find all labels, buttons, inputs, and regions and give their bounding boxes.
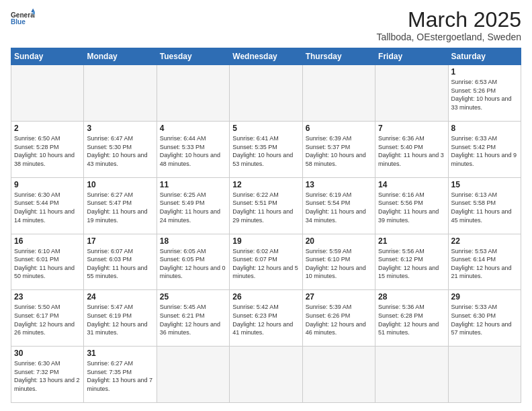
day-info: Sunrise: 5:36 AM Sunset: 6:28 PM Dayligh… (378, 303, 445, 336)
calendar-cell: 28Sunrise: 5:36 AM Sunset: 6:28 PM Dayli… (375, 290, 448, 347)
day-number: 12 (232, 180, 299, 189)
day-number: 15 (451, 180, 518, 189)
calendar-cell: 14Sunrise: 6:16 AM Sunset: 5:56 PM Dayli… (375, 177, 448, 234)
calendar-cell: 17Sunrise: 6:07 AM Sunset: 6:03 PM Dayli… (84, 234, 157, 290)
calendar-cell (230, 347, 302, 403)
location-subtitle: Tallboda, OEstergoetland, Sweden (376, 32, 521, 42)
day-info: Sunrise: 5:56 AM Sunset: 6:12 PM Dayligh… (378, 247, 445, 281)
calendar-cell: 18Sunrise: 6:05 AM Sunset: 6:05 PM Dayli… (157, 234, 229, 290)
day-number: 19 (232, 236, 299, 246)
calendar-header-tuesday: Tuesday (157, 48, 229, 65)
day-info: Sunrise: 5:39 AM Sunset: 6:26 PM Dayligh… (306, 303, 372, 336)
day-number: 3 (87, 124, 153, 133)
day-info: Sunrise: 6:22 AM Sunset: 5:51 PM Dayligh… (232, 191, 299, 224)
calendar-header-thursday: Thursday (302, 48, 375, 65)
day-number: 23 (14, 292, 81, 302)
day-number: 13 (306, 180, 372, 189)
day-info: Sunrise: 6:50 AM Sunset: 5:28 PM Dayligh… (14, 134, 81, 168)
day-number: 1 (451, 67, 518, 77)
calendar-week-3: 9Sunrise: 6:30 AM Sunset: 5:44 PM Daylig… (11, 177, 521, 234)
calendar-cell: 1Sunrise: 6:53 AM Sunset: 5:26 PM Daylig… (448, 65, 521, 122)
calendar-cell: 7Sunrise: 6:36 AM Sunset: 5:40 PM Daylig… (375, 121, 448, 177)
calendar-week-1: 1Sunrise: 6:53 AM Sunset: 5:26 PM Daylig… (11, 65, 521, 122)
calendar-header-friday: Friday (375, 48, 448, 65)
day-number: 2 (14, 124, 81, 133)
day-number: 26 (232, 292, 299, 302)
day-number: 24 (87, 292, 153, 302)
calendar-header-sunday: Sunday (11, 48, 84, 65)
calendar-cell: 8Sunrise: 6:33 AM Sunset: 5:42 PM Daylig… (448, 121, 521, 177)
day-number: 31 (87, 349, 153, 358)
day-number: 17 (87, 236, 153, 246)
calendar-cell: 30Sunrise: 6:30 AM Sunset: 7:32 PM Dayli… (11, 347, 84, 403)
logo: General Blue (11, 8, 35, 28)
calendar-week-2: 2Sunrise: 6:50 AM Sunset: 5:28 PM Daylig… (11, 121, 521, 177)
day-info: Sunrise: 6:41 AM Sunset: 5:35 PM Dayligh… (232, 134, 299, 168)
day-number: 29 (451, 292, 518, 302)
calendar-cell (157, 347, 229, 403)
calendar-cell: 19Sunrise: 6:02 AM Sunset: 6:07 PM Dayli… (230, 234, 302, 290)
calendar-cell (448, 347, 521, 403)
calendar-cell: 26Sunrise: 5:42 AM Sunset: 6:23 PM Dayli… (230, 290, 302, 347)
day-info: Sunrise: 6:02 AM Sunset: 6:07 PM Dayligh… (232, 247, 299, 281)
day-number: 4 (160, 124, 226, 133)
day-info: Sunrise: 6:39 AM Sunset: 5:37 PM Dayligh… (306, 134, 372, 168)
calendar-cell: 2Sunrise: 6:50 AM Sunset: 5:28 PM Daylig… (11, 121, 84, 177)
day-number: 27 (306, 292, 372, 302)
header: General Blue March 2025 Tallboda, OEster… (11, 8, 521, 42)
day-info: Sunrise: 6:47 AM Sunset: 5:30 PM Dayligh… (87, 134, 153, 168)
day-number: 8 (451, 124, 518, 133)
day-info: Sunrise: 6:44 AM Sunset: 5:33 PM Dayligh… (160, 134, 226, 168)
day-info: Sunrise: 6:36 AM Sunset: 5:40 PM Dayligh… (378, 134, 445, 168)
day-info: Sunrise: 6:33 AM Sunset: 5:42 PM Dayligh… (451, 134, 518, 168)
calendar-week-4: 16Sunrise: 6:10 AM Sunset: 6:01 PM Dayli… (11, 234, 521, 290)
day-info: Sunrise: 6:30 AM Sunset: 7:32 PM Dayligh… (14, 359, 81, 393)
day-info: Sunrise: 6:13 AM Sunset: 5:58 PM Dayligh… (451, 191, 518, 224)
calendar-week-6: 30Sunrise: 6:30 AM Sunset: 7:32 PM Dayli… (11, 347, 521, 403)
calendar-cell (375, 65, 448, 122)
month-title: March 2025 (376, 8, 521, 32)
calendar-cell: 23Sunrise: 5:50 AM Sunset: 6:17 PM Dayli… (11, 290, 84, 347)
day-info: Sunrise: 6:10 AM Sunset: 6:01 PM Dayligh… (14, 247, 81, 281)
day-number: 9 (14, 180, 81, 189)
calendar-cell (302, 347, 375, 403)
svg-text:Blue: Blue (11, 18, 26, 26)
calendar-header-monday: Monday (84, 48, 157, 65)
day-info: Sunrise: 6:27 AM Sunset: 7:35 PM Dayligh… (87, 359, 153, 393)
calendar-cell: 11Sunrise: 6:25 AM Sunset: 5:49 PM Dayli… (157, 177, 229, 234)
calendar-cell (11, 65, 84, 122)
calendar-cell: 16Sunrise: 6:10 AM Sunset: 6:01 PM Dayli… (11, 234, 84, 290)
calendar-cell: 21Sunrise: 5:56 AM Sunset: 6:12 PM Dayli… (375, 234, 448, 290)
calendar-cell: 20Sunrise: 5:59 AM Sunset: 6:10 PM Dayli… (302, 234, 375, 290)
calendar-cell: 3Sunrise: 6:47 AM Sunset: 5:30 PM Daylig… (84, 121, 157, 177)
calendar-cell: 12Sunrise: 6:22 AM Sunset: 5:51 PM Dayli… (230, 177, 302, 234)
day-number: 18 (160, 236, 226, 246)
day-info: Sunrise: 5:42 AM Sunset: 6:23 PM Dayligh… (232, 303, 299, 336)
calendar-table: SundayMondayTuesdayWednesdayThursdayFrid… (11, 48, 521, 403)
calendar-cell: 27Sunrise: 5:39 AM Sunset: 6:26 PM Dayli… (302, 290, 375, 347)
calendar-cell: 5Sunrise: 6:41 AM Sunset: 5:35 PM Daylig… (230, 121, 302, 177)
day-number: 20 (306, 236, 372, 246)
calendar-cell: 6Sunrise: 6:39 AM Sunset: 5:37 PM Daylig… (302, 121, 375, 177)
general-blue-logo-icon: General Blue (11, 8, 35, 28)
calendar-cell: 15Sunrise: 6:13 AM Sunset: 5:58 PM Dayli… (448, 177, 521, 234)
day-number: 16 (14, 236, 81, 246)
day-info: Sunrise: 6:16 AM Sunset: 5:56 PM Dayligh… (378, 191, 445, 224)
day-number: 10 (87, 180, 153, 189)
day-number: 7 (378, 124, 445, 133)
day-number: 14 (378, 180, 445, 189)
calendar-header-saturday: Saturday (448, 48, 521, 65)
calendar-cell (230, 65, 302, 122)
day-number: 25 (160, 292, 226, 302)
day-info: Sunrise: 5:33 AM Sunset: 6:30 PM Dayligh… (451, 303, 518, 336)
calendar-cell: 10Sunrise: 6:27 AM Sunset: 5:47 PM Dayli… (84, 177, 157, 234)
day-number: 22 (451, 236, 518, 246)
day-info: Sunrise: 5:47 AM Sunset: 6:19 PM Dayligh… (87, 303, 153, 336)
day-number: 5 (232, 124, 299, 133)
calendar-cell: 24Sunrise: 5:47 AM Sunset: 6:19 PM Dayli… (84, 290, 157, 347)
title-block: March 2025 Tallboda, OEstergoetland, Swe… (376, 8, 521, 42)
day-info: Sunrise: 5:45 AM Sunset: 6:21 PM Dayligh… (160, 303, 226, 336)
calendar-cell: 4Sunrise: 6:44 AM Sunset: 5:33 PM Daylig… (157, 121, 229, 177)
calendar-cell: 13Sunrise: 6:19 AM Sunset: 5:54 PM Dayli… (302, 177, 375, 234)
calendar-cell (84, 65, 157, 122)
